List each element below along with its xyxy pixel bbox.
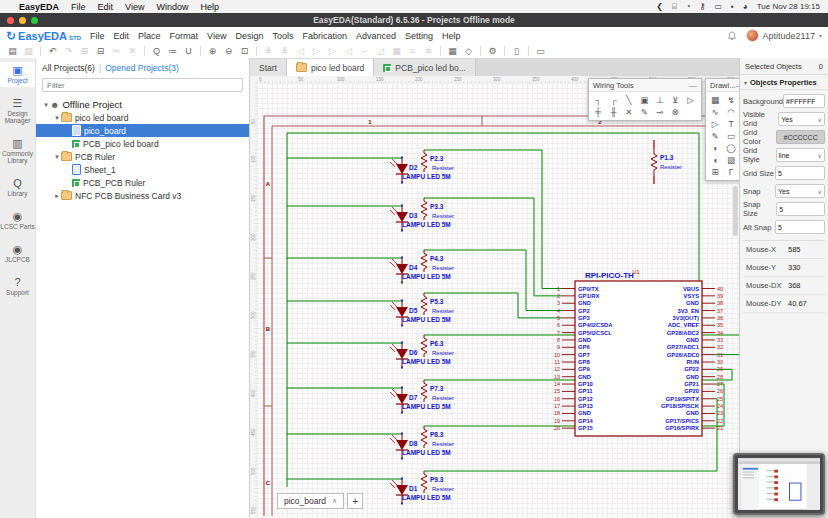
display-icon[interactable]: ⌸: [672, 2, 677, 12]
clock-status-icon[interactable]: ◕: [743, 2, 748, 11]
wiring-net-flag-icon[interactable]: ▷: [684, 94, 698, 106]
drawing-tools-minimize-button[interactable]: —: [735, 81, 739, 90]
paste-icon[interactable]: ⊟: [94, 45, 107, 57]
doc-tab-pcb-pico-led-bo-[interactable]: PCB_pico led bo...: [374, 59, 475, 76]
key-icon[interactable]: ⚷: [700, 2, 706, 11]
section-caret-icon[interactable]: ▾: [744, 79, 747, 86]
wiring-no-connect-icon[interactable]: ✕: [622, 106, 636, 118]
square-status-icon[interactable]: ▪: [731, 2, 734, 11]
wiring-bus-icon[interactable]: ┌: [606, 94, 620, 106]
app-menu-view[interactable]: View: [207, 31, 226, 41]
tree-node-nfc-pcb-business-card-v3[interactable]: ▸NFC PCB Business Card v3: [36, 189, 249, 202]
property-select-visible-grid[interactable]: Yes∨: [778, 112, 825, 126]
rail-item-jlcpcb[interactable]: ◉JLCPCB: [0, 241, 35, 266]
app-menu-help[interactable]: Help: [442, 31, 461, 41]
sheet-tab-pico-board[interactable]: pico_board ∧: [277, 493, 344, 509]
wiring-pen-icon[interactable]: ✎: [637, 106, 651, 118]
wiring-net-label-icon[interactable]: ▣: [637, 94, 651, 106]
menubar-item-window[interactable]: Window: [155, 2, 189, 12]
menubar-item-edit[interactable]: Edit: [97, 2, 115, 12]
tab-all-projects[interactable]: All Projects(6): [42, 63, 95, 73]
tree-node-sheet-1[interactable]: Sheet_1: [36, 163, 249, 176]
schematic-drawing[interactable]: 0501001502002503003504004505005506005010…: [250, 76, 739, 516]
drawing-ellipse-icon[interactable]: ◯: [724, 142, 738, 154]
zoom-fit-icon[interactable]: ⊡: [238, 45, 251, 57]
menubar-item-easyeda[interactable]: EasyEDA: [18, 2, 60, 12]
wiring-wire-icon[interactable]: ┐: [591, 94, 605, 106]
rail-item-lcsc-parts[interactable]: ◉LCSC Parts: [0, 208, 35, 233]
canvas-vertical-scrollbar[interactable]: [733, 186, 738, 236]
property-input-background[interactable]: #FFFFFF: [783, 94, 825, 108]
wiring-pin-icon[interactable]: ⊸: [653, 106, 667, 118]
tree-node-pcb-pcb-ruler[interactable]: PCB_PCB Ruler: [36, 176, 249, 189]
drawing-text-icon[interactable]: T: [724, 118, 738, 130]
app-menu-tools[interactable]: Tools: [272, 31, 293, 41]
property-input-alt-snap[interactable]: 5: [775, 220, 825, 234]
app-menu-setting[interactable]: Setting: [405, 31, 433, 41]
3d-view-icon[interactable]: ◇: [462, 45, 475, 57]
rail-item-library[interactable]: QLibrary: [0, 175, 35, 200]
chevron-left-icon[interactable]: ❮: [656, 2, 663, 11]
tree-node-pcb-pico-led-board[interactable]: PCB_pico led board: [36, 137, 249, 150]
zoom-out-icon[interactable]: ⊖: [222, 45, 235, 57]
battery-icon[interactable]: ▭: [714, 2, 722, 11]
drawing-half-circle-icon[interactable]: ◖: [708, 154, 722, 166]
tree-expander-icon[interactable]: ▾: [53, 153, 61, 161]
app-menu-format[interactable]: Format: [170, 31, 199, 41]
add-sheet-button[interactable]: +: [347, 493, 363, 509]
rail-item-commonly-library[interactable]: ▥Commonly Library: [0, 135, 35, 167]
tree-expander-icon[interactable]: ▸: [53, 192, 61, 200]
property-input-grid-size[interactable]: 5: [775, 166, 825, 180]
save-icon[interactable]: ▤: [6, 45, 19, 57]
wiring-voltage-probe-icon[interactable]: ╪: [591, 106, 605, 118]
property-swatch-grid-color[interactable]: #CCCCCC: [776, 130, 825, 144]
tree-expander-icon[interactable]: ▾: [42, 101, 50, 109]
photo-icon[interactable]: ▭: [534, 45, 547, 57]
screenshot-preview-thumbnail[interactable]: [733, 453, 825, 515]
app-menu-design[interactable]: Design: [235, 31, 263, 41]
undo-icon[interactable]: ↶: [46, 45, 59, 57]
schematic-canvas[interactable]: 0501001502002503003504004505005506005010…: [250, 76, 739, 518]
find-component-icon[interactable]: ≔: [166, 45, 179, 57]
notifications-bell-icon[interactable]: [727, 31, 737, 41]
drawing-pie-icon[interactable]: ◗: [708, 142, 722, 154]
zoom-in-icon[interactable]: ⊕: [206, 45, 219, 57]
rail-item-support[interactable]: ?Support: [0, 274, 35, 299]
menubar-item-file[interactable]: File: [70, 2, 87, 12]
tree-node-pcb-ruler[interactable]: ▾PCB Ruler: [36, 150, 249, 163]
bom-icon[interactable]: ▦: [446, 45, 459, 57]
app-menu-place[interactable]: Place: [138, 31, 161, 41]
drawing-canvas-image-icon[interactable]: ▦: [708, 94, 722, 106]
menubar-item-help[interactable]: Help: [199, 2, 220, 12]
wiring-tools-minimize-button[interactable]: —: [689, 81, 697, 90]
wiring-gnd-signal-icon[interactable]: ⊻: [668, 94, 682, 106]
wiring-bus-entry-icon[interactable]: ╲: [622, 94, 636, 106]
tree-node-pico-board[interactable]: pico_board: [36, 124, 249, 137]
wiring-group-wire-icon[interactable]: ⊗: [668, 106, 682, 118]
wiring-net-port-icon[interactable]: ╫: [606, 106, 620, 118]
drawing-image-icon[interactable]: ▨: [724, 154, 738, 166]
rail-item-design-manager[interactable]: ☰Design Manager: [0, 95, 35, 127]
drawing-arc-icon[interactable]: ◠: [724, 106, 738, 118]
settings-icon[interactable]: ⚙: [486, 45, 499, 57]
cross-probe-icon[interactable]: U: [182, 45, 195, 57]
app-menu-edit[interactable]: Edit: [114, 31, 130, 41]
app-menu-file[interactable]: File: [90, 31, 105, 41]
search-icon[interactable]: Q: [150, 45, 163, 57]
wiring-ground-icon[interactable]: ⊥: [653, 94, 667, 106]
app-menu-advanced[interactable]: Advanced: [356, 31, 396, 41]
tab-opened-projects[interactable]: Opened Projects(3): [105, 63, 179, 73]
rail-item-project[interactable]: ▣Project: [0, 62, 35, 87]
document-icon[interactable]: ▯: [510, 45, 523, 57]
user-account[interactable]: Aptitude2117 ▾: [746, 29, 822, 42]
tree-node-pico-led-board[interactable]: ▾pico led board: [36, 111, 249, 124]
property-select-grid-style[interactable]: line∨: [776, 148, 825, 162]
drawing-arrow-icon[interactable]: ▷: [708, 118, 722, 130]
tree-node-offline-project[interactable]: ▾☻Offline Project: [36, 98, 249, 111]
drawing-fast-draw-icon[interactable]: ↯: [724, 94, 738, 106]
project-filter-input[interactable]: [42, 78, 243, 92]
tree-expander-icon[interactable]: ▾: [53, 114, 61, 122]
property-select-snap[interactable]: Yes∨: [775, 184, 825, 198]
menubar-item-view[interactable]: View: [124, 2, 145, 12]
doc-tab-start[interactable]: Start: [250, 59, 287, 76]
